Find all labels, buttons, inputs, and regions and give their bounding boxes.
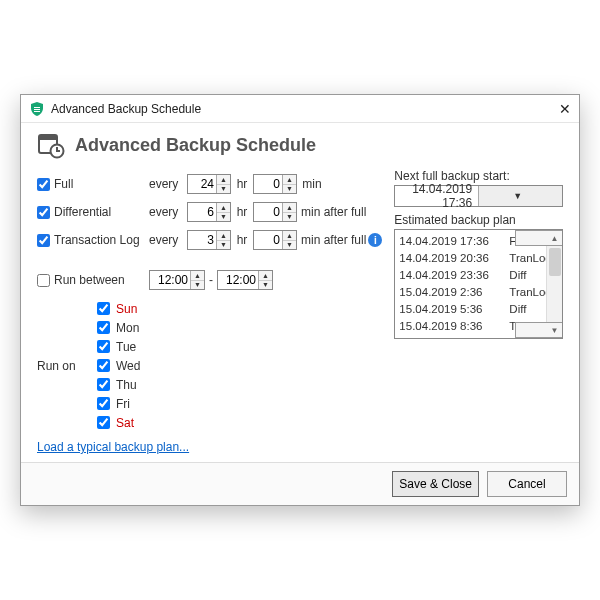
day-wed[interactable]: Wed [93,356,140,375]
scroll-thumb [549,248,561,276]
plan-label: Estimated backup plan [394,213,563,227]
plan-row[interactable]: 14.04.2019 20:36TranLog [399,249,558,266]
info-icon[interactable]: i [368,233,382,247]
day-thu[interactable]: Thu [93,375,140,394]
plan-row[interactable]: 15.04.2019 2:36TranLog [399,283,558,300]
tlog-min-stepper[interactable]: ▲▼ [253,230,297,250]
close-button[interactable]: ✕ [539,101,571,117]
scroll-down-icon: ▼ [515,322,564,338]
tranlog-checkbox[interactable]: Transaction Log [37,233,149,247]
plan-row[interactable]: 15.04.2019 5:36Diff [399,300,558,317]
chevron-down-icon[interactable]: ▼ [478,186,562,206]
save-close-button[interactable]: Save & Close [392,471,479,497]
every-label: every [149,177,187,191]
cancel-button[interactable]: Cancel [487,471,567,497]
scroll-up-icon: ▲ [515,230,564,246]
plan-listbox[interactable]: 14.04.2019 17:36Full14.04.2019 20:36Tran… [394,229,563,339]
svg-rect-1 [39,135,57,140]
day-tue[interactable]: Tue [93,337,140,356]
dialog-header: Advanced Backup Schedule [21,123,579,165]
full-min-stepper[interactable]: ▲▼ [253,174,297,194]
dialog-title: Advanced Backup Schedule [75,135,316,156]
app-shield-icon [29,101,45,117]
scrollbar[interactable]: ▲ ▼ [546,230,562,338]
next-start-combo[interactable]: 14.04.2019 17:36 ▼ [394,185,563,207]
day-sat[interactable]: Sat [93,413,140,432]
calendar-clock-icon [37,131,65,159]
titlebar: Advanced Backup Schedule ✕ [21,95,579,123]
diff-hours-stepper[interactable]: ▲▼ [187,202,231,222]
day-sun[interactable]: Sun [93,299,140,318]
spin-down-icon: ▼ [217,185,230,194]
tlog-hours-stepper[interactable]: ▲▼ [187,230,231,250]
dialog-window: Advanced Backup Schedule ✕ Advanced Back… [20,94,580,506]
load-plan-link[interactable]: Load a typical backup plan... [37,432,189,454]
differential-checkbox[interactable]: Differential [37,205,149,219]
next-start-label: Next full backup start: [394,169,563,183]
run-on-label: Run on [37,359,85,373]
day-fri[interactable]: Fri [93,394,140,413]
run-between-from[interactable]: ▲▼ [149,270,205,290]
diff-min-stepper[interactable]: ▲▼ [253,202,297,222]
full-checkbox[interactable]: Full [37,177,149,191]
run-between-checkbox[interactable]: Run between [37,273,149,287]
day-mon[interactable]: Mon [93,318,140,337]
run-between-to[interactable]: ▲▼ [217,270,273,290]
full-hours-stepper[interactable]: ▲▼ [187,174,231,194]
dialog-footer: Save & Close Cancel [21,462,579,505]
plan-row[interactable]: 14.04.2019 23:36Diff [399,266,558,283]
window-title: Advanced Backup Schedule [51,102,539,116]
spin-up-icon: ▲ [217,175,230,185]
